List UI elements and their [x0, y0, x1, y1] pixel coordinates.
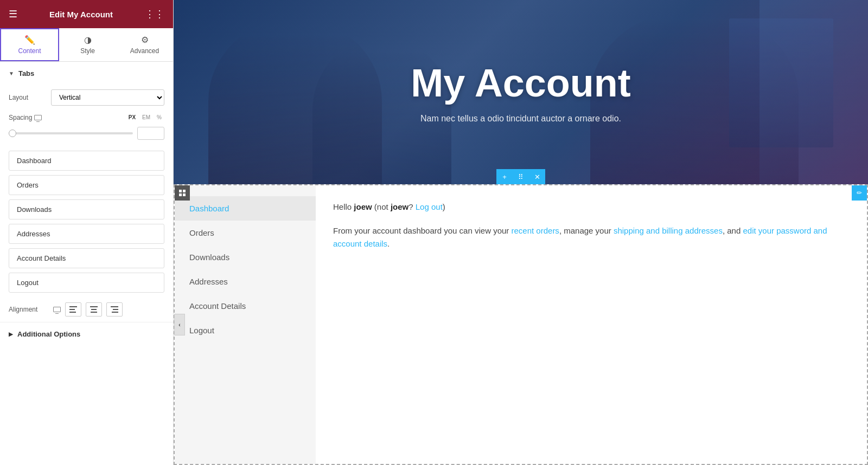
panel-title: Edit My Account — [49, 10, 113, 19]
tab-item-dashboard[interactable]: Dashboard — [9, 151, 164, 171]
nav-item-downloads[interactable]: Downloads — [175, 245, 316, 269]
slider-row — [0, 125, 173, 146]
hero-title: My Account — [411, 61, 630, 105]
account-navigation: Dashboard Orders Downloads Addresses Acc… — [175, 185, 316, 464]
logout-link[interactable]: Log out — [416, 202, 443, 211]
unit-buttons: PX EM % — [126, 113, 164, 121]
dashboard-description: From your account dashboard you can view… — [333, 224, 850, 250]
block-controls: + ⠿ ✕ — [496, 169, 545, 184]
layout-label: Layout — [9, 94, 47, 101]
collapse-button[interactable]: ‹ — [174, 314, 185, 335]
username2-bold: joew — [391, 202, 409, 211]
tab-advanced[interactable]: ⚙ Advanced — [116, 28, 173, 61]
nav-item-addresses[interactable]: Addresses — [175, 269, 316, 294]
additional-options-section[interactable]: ▶ Additional Options — [0, 322, 173, 346]
hero-subtitle: Nam nec tellus a odio tincidunt auctor a… — [411, 114, 630, 124]
grid-icon[interactable]: ⋮⋮ — [145, 8, 164, 20]
spacing-label: Spacing — [9, 114, 42, 121]
svg-rect-9 — [179, 190, 182, 192]
tab-item-addresses[interactable]: Addresses — [9, 224, 164, 244]
alignment-monitor-icon — [53, 307, 61, 312]
layout-control-row: Layout Vertical Horizontal — [0, 85, 173, 110]
gear-icon: ⚙ — [141, 35, 149, 45]
arrow-right-icon: ▶ — [9, 331, 13, 337]
hamburger-icon[interactable]: ☰ — [9, 8, 17, 20]
spacing-control-row: Spacing PX EM % — [0, 110, 173, 125]
unit-em-button[interactable]: EM — [139, 113, 153, 121]
svg-rect-10 — [183, 190, 186, 192]
block-add-button[interactable]: + — [496, 169, 513, 184]
svg-rect-7 — [113, 309, 118, 310]
username-bold: joew — [354, 202, 372, 211]
svg-rect-12 — [183, 193, 186, 196]
spacing-slider[interactable] — [9, 132, 133, 134]
svg-rect-3 — [90, 306, 98, 307]
block-type-icon — [175, 185, 190, 201]
addresses-link[interactable]: shipping and billing addresses — [614, 226, 723, 235]
align-center-button[interactable] — [86, 302, 102, 317]
tab-item-orders[interactable]: Orders — [9, 175, 164, 195]
alignment-row: Alignment — [0, 297, 173, 322]
align-left-button[interactable] — [65, 302, 81, 317]
block-move-button[interactable]: ⠿ — [513, 169, 529, 184]
welcome-message: Hello joew (not joew? Log out) — [333, 201, 850, 214]
panel-header: ☰ Edit My Account ⋮⋮ — [0, 0, 173, 28]
layout-select[interactable]: Vertical Horizontal — [51, 89, 164, 106]
monitor-icon — [34, 115, 42, 120]
hero-content: My Account Nam nec tellus a odio tincidu… — [411, 61, 630, 124]
edit-button[interactable]: ✏ — [852, 185, 867, 201]
style-icon: ◑ — [84, 35, 92, 45]
svg-rect-2 — [69, 312, 76, 313]
align-right-button[interactable] — [106, 302, 123, 317]
hero-section: My Account Nam nec tellus a odio tincidu… — [174, 0, 868, 184]
block-close-button[interactable]: ✕ — [529, 169, 545, 184]
unit-px-button[interactable]: PX — [126, 113, 138, 121]
pencil-icon: ✏️ — [24, 35, 35, 45]
svg-rect-11 — [179, 193, 182, 196]
tab-item-account-details[interactable]: Account Details — [9, 248, 164, 268]
password-link[interactable]: edit your password and account details — [333, 226, 827, 248]
right-panel: My Account Nam nec tellus a odio tincidu… — [174, 0, 868, 465]
alignment-label: Alignment — [9, 306, 47, 313]
svg-rect-4 — [91, 309, 97, 310]
svg-rect-5 — [91, 312, 97, 313]
panel-tabs: ✏️ Content ◑ Style ⚙ Advanced — [0, 28, 173, 62]
left-panel: ☰ Edit My Account ⋮⋮ ✏️ Content ◑ Style … — [0, 0, 174, 465]
arrow-down-icon: ▼ — [9, 70, 14, 76]
nav-item-account-details[interactable]: Account Details — [175, 294, 316, 318]
tab-style[interactable]: ◑ Style — [59, 28, 116, 61]
account-content-area: Hello joew (not joew? Log out) From your… — [316, 185, 867, 464]
account-section: ✏ ‹ Dashboard Orders Downloads Addresses… — [174, 184, 868, 465]
spacing-value-input[interactable] — [137, 127, 164, 140]
unit-percent-button[interactable]: % — [154, 113, 164, 121]
tab-item-downloads[interactable]: Downloads — [9, 199, 164, 219]
svg-rect-0 — [69, 306, 77, 307]
nav-item-dashboard[interactable]: Dashboard — [175, 196, 316, 221]
tab-item-logout[interactable]: Logout — [9, 273, 164, 293]
tab-list: Dashboard Orders Downloads Addresses Acc… — [0, 146, 173, 297]
svg-rect-1 — [69, 309, 75, 310]
nav-item-logout[interactable]: Logout — [175, 318, 316, 343]
svg-rect-8 — [112, 312, 118, 313]
svg-rect-6 — [111, 306, 118, 307]
tabs-section-header[interactable]: ▼ Tabs — [0, 62, 173, 85]
recent-orders-link[interactable]: recent orders — [512, 226, 559, 235]
nav-item-orders[interactable]: Orders — [175, 221, 316, 245]
tab-content[interactable]: ✏️ Content — [0, 28, 59, 61]
